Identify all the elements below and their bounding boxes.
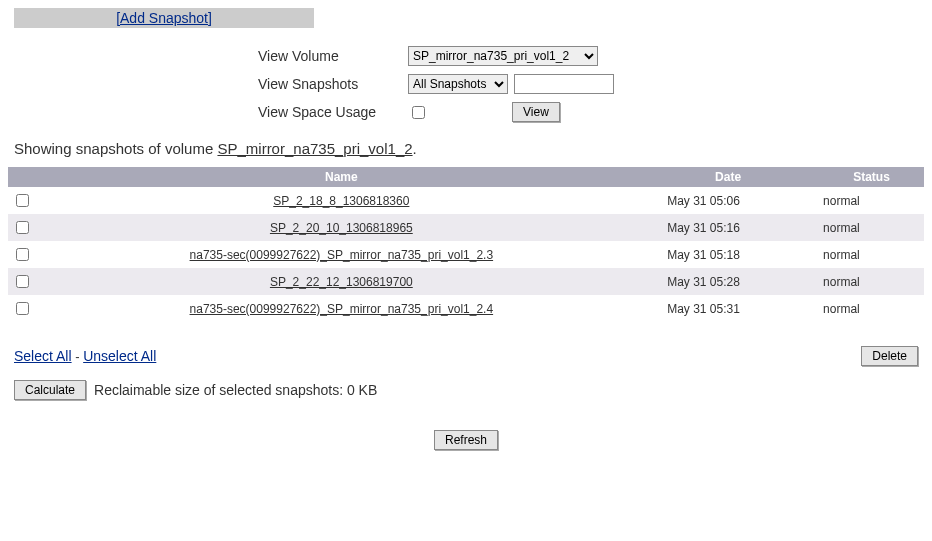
calc-row: Calculate Reclaimable size of selected s… (8, 380, 924, 400)
actions-row: Select All - Unselect All Delete (8, 346, 924, 366)
table-row: SP_2_18_8_1306818360May 31 05:06normal (8, 187, 924, 214)
col-date: Date (637, 167, 819, 187)
snapshot-date: May 31 05:16 (637, 214, 819, 241)
col-status: Status (819, 167, 924, 187)
add-snapshot-link[interactable]: [Add Snapshot] (116, 10, 212, 26)
view-volume-label: View Volume (258, 48, 408, 64)
view-snapshots-text[interactable] (514, 74, 614, 94)
row-checkbox[interactable] (16, 275, 29, 288)
row-checkbox[interactable] (16, 194, 29, 207)
refresh-row: Refresh (8, 430, 924, 450)
links-dash: - (72, 349, 84, 364)
select-all-link[interactable]: Select All (14, 348, 72, 364)
table-row: SP_2_20_10_1306818965May 31 05:16normal (8, 214, 924, 241)
showing-prefix: Showing snapshots of volume (14, 140, 217, 157)
snapshot-status: normal (819, 241, 924, 268)
view-button[interactable]: View (512, 102, 560, 122)
snapshot-status: normal (819, 295, 924, 322)
snapshot-date: May 31 05:18 (637, 241, 819, 268)
snapshot-name-link[interactable]: SP_2_20_10_1306818965 (270, 221, 413, 235)
table-row: na735-sec(0099927622)_SP_mirror_na735_pr… (8, 241, 924, 268)
snapshot-name-link[interactable]: na735-sec(0099927622)_SP_mirror_na735_pr… (190, 248, 494, 262)
table-row: SP_2_22_12_1306819700May 31 05:28normal (8, 268, 924, 295)
table-row: na735-sec(0099927622)_SP_mirror_na735_pr… (8, 295, 924, 322)
snapshot-name-link[interactable]: SP_2_18_8_1306818360 (273, 194, 409, 208)
delete-button[interactable]: Delete (861, 346, 918, 366)
unselect-all-link[interactable]: Unselect All (83, 348, 156, 364)
filter-row-space: View Space Usage View (8, 102, 924, 122)
top-bar: [Add Snapshot] (14, 8, 314, 28)
view-space-usage-label: View Space Usage (258, 104, 408, 120)
snapshot-date: May 31 05:06 (637, 187, 819, 214)
row-checkbox[interactable] (16, 221, 29, 234)
snapshot-name-link[interactable]: SP_2_22_12_1306819700 (270, 275, 413, 289)
snapshots-table: Name Date Status SP_2_18_8_1306818360May… (8, 167, 924, 322)
snapshot-name-link[interactable]: na735-sec(0099927622)_SP_mirror_na735_pr… (190, 302, 494, 316)
view-snapshots-label: View Snapshots (258, 76, 408, 92)
snapshot-status: normal (819, 187, 924, 214)
view-space-usage-checkbox[interactable] (412, 106, 425, 119)
view-snapshots-select[interactable]: All Snapshots (408, 74, 508, 94)
view-volume-select[interactable]: SP_mirror_na735_pri_vol1_2 (408, 46, 598, 66)
showing-volume-link[interactable]: SP_mirror_na735_pri_vol1_2 (217, 140, 412, 157)
snapshot-status: normal (819, 214, 924, 241)
showing-period: . (413, 140, 417, 157)
filter-row-volume: View Volume SP_mirror_na735_pri_vol1_2 (8, 46, 924, 66)
snapshot-status: normal (819, 268, 924, 295)
col-name: Name (46, 167, 638, 187)
row-checkbox[interactable] (16, 248, 29, 261)
snapshot-date: May 31 05:31 (637, 295, 819, 322)
snapshot-date: May 31 05:28 (637, 268, 819, 295)
row-checkbox[interactable] (16, 302, 29, 315)
reclaim-text: Reclaimable size of selected snapshots: … (94, 382, 377, 398)
calculate-button[interactable]: Calculate (14, 380, 86, 400)
filter-row-snapshots: View Snapshots All Snapshots (8, 74, 924, 94)
showing-text: Showing snapshots of volume SP_mirror_na… (14, 140, 924, 157)
refresh-button[interactable]: Refresh (434, 430, 498, 450)
